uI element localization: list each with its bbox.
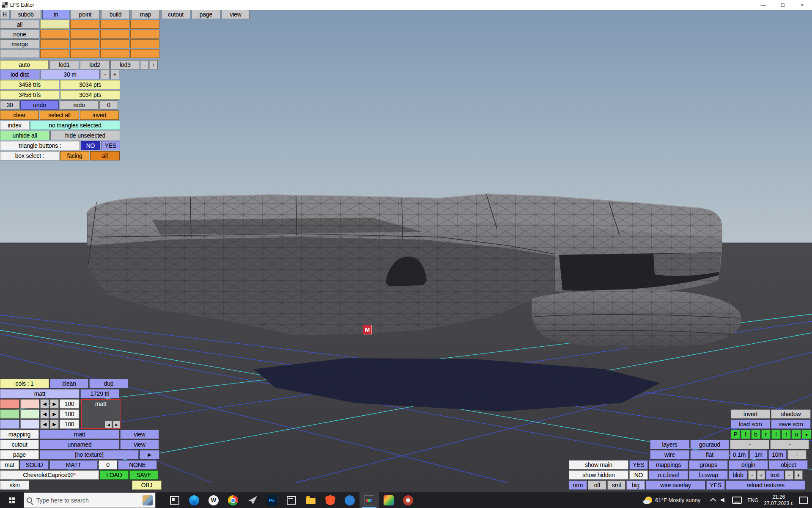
grid-10m-button[interactable]: 10m bbox=[768, 450, 787, 459]
view-back-button[interactable]: b bbox=[751, 430, 760, 439]
merge-button[interactable]: merge bbox=[0, 39, 39, 48]
flat-button[interactable]: flat bbox=[690, 450, 729, 459]
notification-center-icon[interactable] bbox=[799, 497, 808, 504]
hidden-icons-chevron[interactable] bbox=[710, 498, 716, 504]
subob-grid-cell[interactable] bbox=[100, 20, 129, 29]
weather-widget[interactable]: 61°F Mostly sunny bbox=[645, 497, 700, 504]
undo-button[interactable]: undo bbox=[20, 100, 59, 110]
save-button[interactable]: SAVE bbox=[129, 470, 158, 480]
redo-button[interactable]: redo bbox=[60, 100, 99, 110]
menu-tab-h[interactable]: H bbox=[0, 10, 9, 19]
subob-grid-cell[interactable] bbox=[130, 39, 159, 48]
lod2-button[interactable]: lod2 bbox=[80, 60, 110, 69]
swatch-green[interactable] bbox=[0, 409, 19, 419]
swatch-red[interactable] bbox=[0, 399, 19, 409]
lod-dist-value[interactable]: 30 m bbox=[40, 70, 100, 79]
wire-overlay-toggle[interactable]: YES bbox=[706, 480, 725, 490]
nrm-button[interactable]: nrm bbox=[569, 480, 587, 490]
auto-button[interactable]: auto bbox=[0, 60, 49, 69]
material-next-button[interactable]: ► bbox=[113, 421, 120, 428]
none-button[interactable]: none bbox=[0, 30, 39, 39]
all-button[interactable]: all bbox=[0, 20, 39, 29]
obj-button[interactable]: OBJ bbox=[132, 480, 162, 490]
swatch-green-light[interactable] bbox=[20, 409, 39, 419]
swatch-blue[interactable] bbox=[0, 420, 19, 429]
search-input[interactable] bbox=[36, 497, 139, 504]
show-main-toggle[interactable]: YES bbox=[629, 460, 648, 469]
blue-increase-button[interactable]: ► bbox=[50, 420, 59, 429]
taskbar-app-blue[interactable] bbox=[340, 492, 359, 508]
taskbar-app-w[interactable]: W bbox=[204, 492, 223, 508]
cols-button[interactable]: cols : 1 bbox=[0, 379, 49, 388]
text-button[interactable]: text bbox=[766, 470, 784, 480]
dash-button-1[interactable]: - bbox=[730, 440, 769, 449]
lod-plus-button[interactable]: + bbox=[150, 60, 158, 69]
green-value[interactable]: 100 bbox=[60, 409, 79, 419]
menu-tab-view[interactable]: view bbox=[222, 10, 250, 19]
touch-keyboard-icon[interactable] bbox=[732, 497, 742, 504]
triangle-buttons-yes[interactable]: YES bbox=[101, 141, 120, 150]
invert-button[interactable]: invert bbox=[731, 409, 770, 419]
view-perspective-button[interactable]: P bbox=[731, 430, 740, 439]
subob-grid-cell[interactable] bbox=[100, 30, 129, 39]
menu-tab-point[interactable]: point bbox=[71, 10, 100, 19]
nrm-off-button[interactable]: off bbox=[588, 480, 606, 490]
subob-grid-cell-selected[interactable] bbox=[40, 20, 69, 29]
page-next-button[interactable]: ► bbox=[140, 450, 159, 459]
groups-button[interactable]: groups bbox=[689, 460, 728, 469]
gouraud-button[interactable]: gouraud bbox=[690, 440, 729, 449]
menu-tab-subob[interactable]: subob bbox=[11, 10, 41, 19]
box-select-facing[interactable]: facing bbox=[60, 151, 89, 160]
subob-grid-cell[interactable] bbox=[100, 39, 129, 48]
view-under-button[interactable]: u bbox=[792, 430, 801, 439]
subob-grid-cell[interactable] bbox=[130, 49, 159, 58]
subob-grid-cell[interactable] bbox=[40, 49, 69, 58]
mapping-value[interactable]: matt bbox=[40, 430, 119, 439]
subob-grid-cell[interactable] bbox=[70, 39, 99, 48]
material-name[interactable]: matt bbox=[0, 389, 80, 398]
speaker-icon[interactable] bbox=[721, 498, 727, 503]
taskbar-app-media[interactable] bbox=[398, 492, 418, 508]
skin-button[interactable]: skin bbox=[0, 480, 29, 490]
cutout-value[interactable]: unnamed bbox=[40, 440, 119, 449]
reload-textures-button[interactable]: reload textures bbox=[726, 480, 805, 490]
grid-1m-button[interactable]: 1m bbox=[749, 450, 768, 459]
language-indicator[interactable]: ENG bbox=[747, 497, 758, 503]
material-prev-button[interactable]: ◄ bbox=[105, 421, 112, 428]
menu-tab-page[interactable]: page bbox=[192, 10, 220, 19]
subob-grid-cell[interactable] bbox=[70, 20, 99, 29]
dash-button-2[interactable]: - bbox=[770, 440, 809, 449]
lod1-button[interactable]: lod1 bbox=[49, 60, 79, 69]
text-plus-button[interactable]: + bbox=[794, 470, 803, 480]
invert-selection-button[interactable]: invert bbox=[80, 110, 119, 120]
task-view-button[interactable] bbox=[165, 492, 184, 508]
taskbar-app-store[interactable] bbox=[282, 492, 301, 508]
mapping-view-button[interactable]: view bbox=[120, 430, 159, 439]
red-decrease-button[interactable]: ◄ bbox=[40, 399, 49, 409]
green-increase-button[interactable]: ► bbox=[50, 409, 59, 419]
blue-value[interactable]: 100 bbox=[60, 420, 79, 429]
view-right-button[interactable]: r bbox=[761, 430, 771, 439]
blob-button[interactable]: blob bbox=[729, 470, 747, 480]
mappings-button[interactable]: mappings bbox=[649, 460, 688, 469]
taskbar-app-edge[interactable] bbox=[184, 492, 204, 508]
maximize-button[interactable]: □ bbox=[773, 0, 793, 10]
page-value[interactable]: [no texture] bbox=[40, 450, 139, 459]
lr-swap-button[interactable]: l.r.swap bbox=[689, 470, 728, 480]
menu-tab-cutout[interactable]: cutout bbox=[161, 10, 190, 19]
subob-grid-cell[interactable] bbox=[40, 39, 69, 48]
mat-none-button[interactable]: NONE bbox=[118, 460, 157, 469]
origin-button[interactable]: origin bbox=[729, 460, 768, 469]
nrm-sml-button[interactable]: sml bbox=[607, 480, 625, 490]
unhide-all-button[interactable]: unhide all bbox=[0, 131, 49, 140]
view-dot-button[interactable]: ● bbox=[802, 430, 811, 439]
shadow-button[interactable]: shadow bbox=[771, 409, 811, 419]
subob-grid-cell[interactable] bbox=[130, 20, 159, 29]
view-front-button[interactable]: f bbox=[741, 430, 750, 439]
clock[interactable]: 21:26 27.07.2023 г. bbox=[764, 494, 793, 507]
subob-grid-cell[interactable] bbox=[130, 30, 159, 39]
cutout-view-button[interactable]: view bbox=[120, 440, 159, 449]
taskbar-app-chrome[interactable] bbox=[223, 492, 243, 508]
grid-dash-button[interactable]: - bbox=[787, 450, 807, 459]
wire-overlay-label[interactable]: wire overlay bbox=[646, 480, 705, 490]
